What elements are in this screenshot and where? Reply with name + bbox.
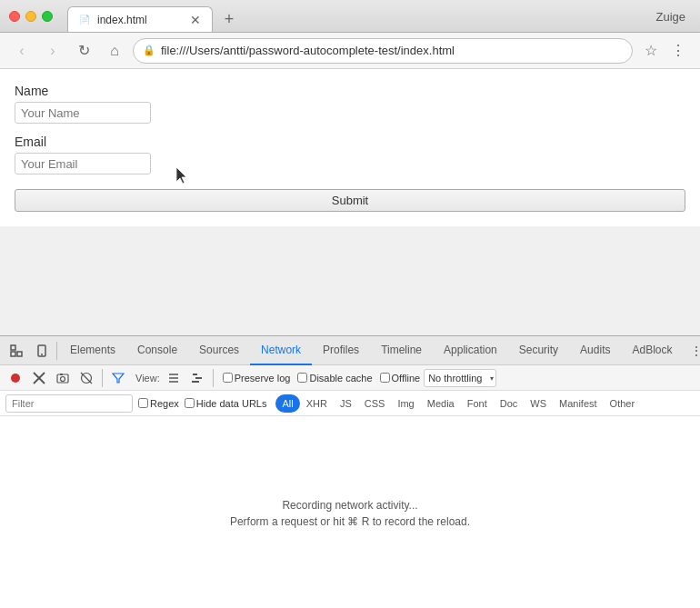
bookmark-button[interactable]: ☆ (638, 38, 664, 64)
view-label: View: (135, 373, 160, 384)
waterfall-view-button[interactable] (187, 368, 207, 388)
devtools-toolbar: View: Preserve log Disable cache Offline (0, 365, 700, 391)
type-filter-doc[interactable]: Doc (494, 394, 525, 413)
devtools-more-button[interactable]: ⋮ (684, 338, 701, 364)
toolbar-separator (102, 369, 103, 387)
svg-rect-18 (192, 381, 199, 383)
clear-cookies-button[interactable] (76, 368, 96, 388)
page-content: Name Email Submit (0, 69, 700, 226)
devtools-panel: Elements Console Sources Network Profile… (0, 335, 700, 608)
type-filter-font[interactable]: Font (461, 394, 494, 413)
type-filter-media[interactable]: Media (421, 394, 461, 413)
submit-button[interactable]: Submit (15, 189, 685, 212)
filter-button[interactable] (108, 368, 128, 388)
svg-rect-16 (193, 374, 197, 375)
page-area: Name Email Submit (0, 69, 700, 335)
tab-console[interactable]: Console (126, 336, 188, 365)
browser-tab[interactable]: 📄 index.html ✕ (67, 6, 213, 32)
tab-elements[interactable]: Elements (59, 336, 126, 365)
offline-checkbox[interactable] (380, 373, 390, 383)
devtools-topbar: Elements Console Sources Network Profile… (0, 336, 700, 365)
type-filter-ws[interactable]: WS (524, 394, 553, 413)
toolbar-separator2 (213, 369, 214, 387)
devtools-device-button[interactable] (29, 338, 55, 364)
email-input[interactable] (15, 153, 151, 174)
tab-security[interactable]: Security (508, 336, 569, 365)
refresh-button[interactable]: ↻ (71, 38, 96, 64)
list-view-button[interactable] (164, 368, 184, 388)
type-filter-js[interactable]: JS (334, 394, 358, 413)
lock-icon: 🔒 (143, 45, 155, 56)
filter-input[interactable] (5, 394, 133, 413)
nav-bar: ‹ › ↻ ⌂ 🔒 file:///Users/antti/password-a… (0, 33, 700, 69)
svg-rect-10 (60, 374, 63, 375)
type-filter-xhr[interactable]: XHR (300, 394, 334, 413)
throttle-select[interactable]: No throttling (424, 369, 496, 387)
forward-button[interactable]: › (40, 38, 65, 64)
svg-rect-2 (11, 352, 15, 356)
preserve-log-label: Preserve log (235, 373, 291, 384)
tab-close-icon[interactable]: ✕ (190, 14, 201, 26)
preserve-log-checkbox-group: Preserve log (223, 373, 291, 384)
capture-screenshot-button[interactable] (53, 368, 73, 388)
clear-button[interactable] (29, 368, 49, 388)
type-filter-img[interactable]: Img (391, 394, 420, 413)
svg-point-5 (11, 374, 20, 383)
tab-profiles[interactable]: Profiles (312, 336, 370, 365)
window-title: Zuige (655, 9, 685, 23)
devtools-icon-group (4, 338, 59, 364)
regex-checkbox-group: Regex (138, 398, 179, 409)
tab-audits[interactable]: Audits (569, 336, 621, 365)
maximize-button[interactable] (42, 11, 53, 22)
address-bar[interactable]: 🔒 file:///Users/antti/password-autocompl… (133, 38, 633, 64)
name-input[interactable] (15, 102, 151, 124)
preserve-log-checkbox[interactable] (223, 373, 233, 383)
throttle-wrapper: No throttling ▾ (424, 369, 496, 387)
name-field-group: Name (15, 84, 685, 124)
devtools-inspect-button[interactable] (4, 338, 29, 364)
tab-favicon-icon: 📄 (79, 15, 90, 25)
devtools-separator (56, 342, 57, 360)
disable-cache-checkbox-group: Disable cache (297, 373, 372, 384)
tab-sources[interactable]: Sources (188, 336, 250, 365)
tab-timeline[interactable]: Timeline (370, 336, 433, 365)
close-button[interactable] (9, 11, 20, 22)
traffic-lights (9, 11, 53, 22)
more-button[interactable]: ⋮ (665, 38, 691, 64)
regex-label: Regex (150, 398, 179, 409)
back-button[interactable]: ‹ (9, 38, 35, 64)
type-filter-css[interactable]: CSS (358, 394, 392, 413)
svg-rect-17 (195, 377, 202, 379)
empty-hint: Perform a request or hit ⌘ R to record t… (230, 515, 470, 528)
type-filter-all[interactable]: All (275, 394, 299, 413)
tab-title: index.html (97, 14, 183, 26)
tab-bar: 📄 index.html ✕ + (67, 0, 242, 32)
devtools-filterbar: Regex Hide data URLs AllXHRJSCSSImgMedia… (0, 391, 700, 416)
name-label: Name (15, 84, 685, 98)
empty-message: Recording network activity... (282, 496, 417, 516)
hide-urls-checkbox[interactable] (185, 398, 195, 408)
devtools-content: Recording network activity... Perform a … (0, 416, 700, 608)
email-label: Email (15, 135, 685, 149)
type-filters: AllXHRJSCSSImgMediaFontDocWSManifestOthe… (275, 394, 641, 413)
hide-urls-checkbox-group: Hide data URLs (185, 398, 267, 409)
nav-actions: ☆ ⋮ (638, 38, 691, 64)
new-tab-button[interactable]: + (216, 6, 242, 32)
browser-window: 📄 index.html ✕ + Zuige ‹ › ↻ ⌂ 🔒 file://… (0, 0, 700, 608)
home-button[interactable]: ⌂ (102, 38, 127, 64)
disable-cache-checkbox[interactable] (297, 373, 307, 383)
type-filter-other[interactable]: Other (604, 394, 642, 413)
svg-rect-0 (11, 345, 15, 350)
tab-adblock[interactable]: AdBlock (621, 336, 683, 365)
title-bar: 📄 index.html ✕ + Zuige (0, 0, 700, 33)
tab-application[interactable]: Application (433, 336, 508, 365)
devtools-tab-actions: ⋮ ✕ (684, 338, 701, 364)
svg-rect-1 (17, 352, 22, 356)
hide-urls-label: Hide data URLs (196, 398, 267, 409)
tab-network[interactable]: Network (250, 336, 312, 365)
minimize-button[interactable] (25, 11, 36, 22)
regex-checkbox[interactable] (138, 398, 148, 408)
offline-checkbox-group: Offline (380, 373, 421, 384)
type-filter-manifest[interactable]: Manifest (553, 394, 604, 413)
record-button[interactable] (5, 368, 25, 388)
